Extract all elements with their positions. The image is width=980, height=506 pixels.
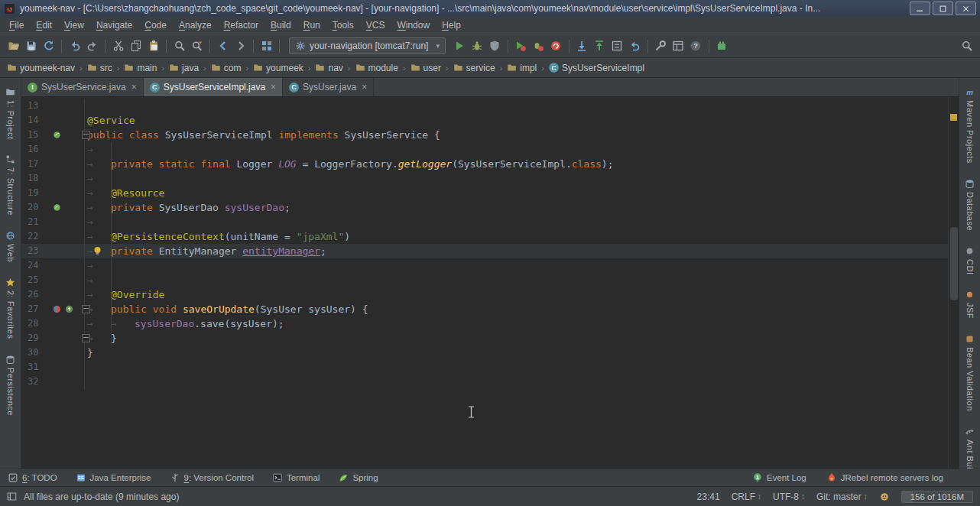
toolwindow-button-maven-projects[interactable]: mMaven Projects	[965, 87, 975, 164]
close-icon[interactable]: ×	[131, 82, 137, 92]
breadcrumb-item-java[interactable]: java	[169, 63, 199, 73]
maximize-button[interactable]	[933, 2, 953, 15]
fold-end-icon[interactable]	[82, 334, 90, 342]
help-button[interactable]: ?	[687, 37, 705, 55]
code-text[interactable]	[85, 375, 949, 389]
code-text[interactable]: →@PersistenceContext(unitName = "jpaXml"…	[85, 229, 949, 244]
close-icon[interactable]: ×	[271, 82, 276, 92]
replace-button[interactable]	[188, 37, 206, 55]
code-text[interactable]	[85, 360, 949, 375]
jrebel-debug-button[interactable]	[530, 37, 547, 55]
spring-bean-icon[interactable]	[52, 203, 62, 212]
jrebel-reload-button[interactable]	[547, 37, 565, 55]
debug-button[interactable]	[469, 37, 486, 55]
find-button[interactable]	[170, 37, 188, 55]
code-line[interactable]: 17→private static final Logger LOG = Log…	[21, 157, 949, 171]
forward-button[interactable]	[232, 37, 249, 55]
encoding-widget[interactable]: UTF-8↕	[773, 491, 805, 502]
undo-button[interactable]	[66, 37, 83, 55]
menu-help[interactable]: Help	[436, 18, 467, 32]
close-button[interactable]	[956, 2, 976, 15]
code-text[interactable]: →	[85, 171, 949, 186]
code-text[interactable]: →	[85, 215, 949, 229]
code-line[interactable]: 28→→sysUserDao.save(sysUser);	[21, 316, 949, 331]
toolwindow-button-9-version-control[interactable]: 9: Version Control	[170, 472, 254, 483]
breadcrumb-item-src[interactable]: src	[87, 63, 112, 73]
code-line[interactable]: 15public class SysUserServiceImpl implem…	[21, 128, 949, 142]
scrollbar-thumb[interactable]	[950, 227, 958, 300]
menu-view[interactable]: View	[58, 18, 90, 32]
code-text[interactable]: →private EntityManager entityManager;	[85, 244, 949, 258]
breadcrumb-item-main[interactable]: main	[124, 63, 157, 73]
code-editor[interactable]: 1314@Service15public class SysUserServic…	[21, 97, 959, 469]
toolwindow-button-2-favorites[interactable]: 2: Favorites	[5, 277, 15, 339]
coverage-button[interactable]	[486, 37, 504, 55]
cut-button[interactable]	[109, 37, 127, 55]
run-configuration-select[interactable]: your-navigation [tomcat7:run]▾	[289, 37, 446, 54]
caret-position-widget[interactable]: 23:41	[697, 491, 720, 502]
code-text[interactable]: public class SysUserServiceImpl implemen…	[85, 128, 949, 142]
code-line[interactable]: 14@Service	[21, 113, 949, 128]
code-line[interactable]: 13	[21, 99, 949, 113]
breadcrumb-item-youmeek-nav[interactable]: youmeek-nav	[7, 63, 75, 73]
plugin-button[interactable]	[713, 37, 731, 55]
vcs-commit-button[interactable]	[591, 37, 608, 55]
vcs-update-button[interactable]	[573, 37, 591, 55]
redo-button[interactable]	[83, 37, 101, 55]
breadcrumb-item-com[interactable]: com	[211, 63, 242, 73]
compile-button[interactable]	[258, 37, 275, 55]
line-separator-widget[interactable]: CRLF↕	[732, 491, 761, 502]
toolwindow-button-7-structure[interactable]: 7: Structure	[5, 154, 15, 216]
editor-tab-sysuserserviceimpl-java[interactable]: CSysUserServiceImpl.java×	[144, 78, 283, 96]
menu-analyze[interactable]: Analyze	[173, 18, 218, 32]
spring-bean-icon[interactable]	[52, 130, 62, 140]
fold-start-icon[interactable]	[82, 305, 90, 313]
toolwindow-button-java-enterprise[interactable]: EEJava Enterprise	[76, 472, 151, 483]
code-text[interactable]: →private SysUserDao sysUserDao;	[85, 200, 949, 215]
code-line[interactable]: 32	[21, 375, 949, 389]
breadcrumb-item-user[interactable]: user	[410, 63, 441, 73]
code-text[interactable]: @Service	[85, 113, 949, 128]
override-icon[interactable]	[64, 304, 74, 314]
code-text[interactable]: →@Resource	[85, 186, 949, 200]
error-stripe[interactable]	[948, 97, 959, 469]
code-line[interactable]: 16→	[21, 142, 949, 157]
code-line[interactable]: 21→	[21, 215, 949, 229]
toolwindow-button-jsf[interactable]: JSF	[965, 290, 975, 319]
toolwindow-button-1-project[interactable]: 1: Project	[5, 87, 15, 139]
toolwindow-button-terminal[interactable]: Terminal	[272, 472, 320, 483]
toolwindow-button-spring[interactable]: Spring	[338, 472, 378, 483]
breadcrumb-item-nav[interactable]: nav	[315, 63, 342, 73]
code-text[interactable]: →@Override	[85, 287, 949, 302]
menu-window[interactable]: Window	[391, 18, 436, 32]
breadcrumb-item-youmeek[interactable]: youmeek	[253, 63, 303, 73]
open-folder-button[interactable]	[5, 37, 22, 55]
project-structure-button[interactable]	[670, 37, 687, 55]
code-line[interactable]: 30}	[21, 345, 949, 360]
git-branch-widget[interactable]: Git: master↕	[816, 491, 868, 502]
code-line[interactable]: 27→public void saveOrUpdate(SysUser sysU…	[21, 302, 949, 316]
code-line[interactable]: 18→	[21, 171, 949, 186]
breadcrumb-item-service[interactable]: service	[453, 63, 495, 73]
toolwindow-button-cdi[interactable]: CDI	[965, 246, 975, 274]
toolwindow-button-bean-validation[interactable]: Bean Validation	[965, 334, 975, 411]
menu-file[interactable]: File	[3, 18, 30, 32]
code-text[interactable]: →public void saveOrUpdate(SysUser sysUse…	[85, 302, 949, 316]
code-text[interactable]: }	[85, 345, 949, 360]
code-text[interactable]: →	[85, 273, 949, 287]
paste-button[interactable]	[144, 37, 162, 55]
code-text[interactable]: →	[85, 142, 949, 157]
menu-edit[interactable]: Edit	[30, 18, 58, 32]
run-button[interactable]	[451, 37, 469, 55]
minimize-button[interactable]	[910, 2, 930, 15]
code-line[interactable]: 23→private EntityManager entityManager;	[21, 244, 949, 258]
close-icon[interactable]: ×	[362, 82, 367, 92]
menu-tools[interactable]: Tools	[326, 18, 360, 32]
jrebel-gutter-icon[interactable]	[52, 304, 62, 314]
code-line[interactable]: 24→	[21, 258, 949, 273]
editor-tab-sysuserservice-java[interactable]: ISysUserService.java×	[21, 78, 144, 96]
settings-button[interactable]	[652, 37, 670, 55]
code-line[interactable]: 26→@Override	[21, 287, 949, 302]
code-line[interactable]: 25→	[21, 273, 949, 287]
toolwindow-toggle-icon[interactable]	[7, 491, 17, 501]
